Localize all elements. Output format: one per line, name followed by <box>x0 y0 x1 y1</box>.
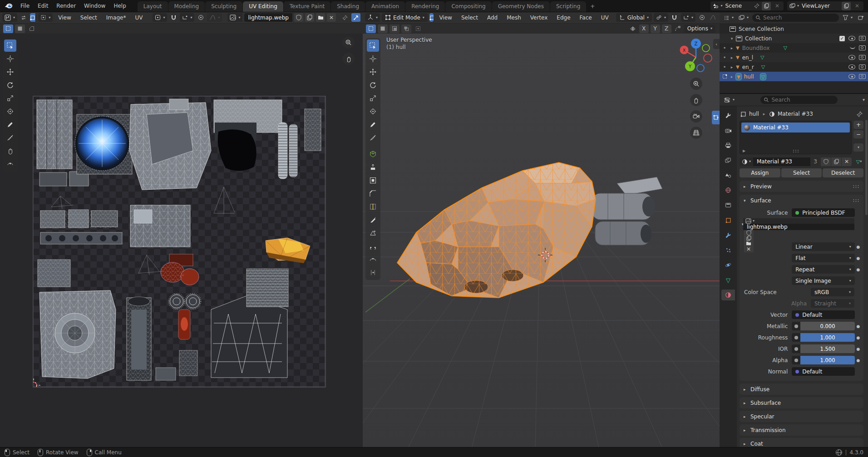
browse-material-dropdown[interactable]: ▾ <box>740 157 753 166</box>
outliner-row-en-l[interactable]: • ▸ ▼ en_l ▽ <box>720 53 868 62</box>
snap-options-icon[interactable] <box>673 25 682 33</box>
fake-user-shield-icon[interactable] <box>294 13 303 22</box>
transmission-panel[interactable]: ▸Transmission <box>740 424 863 436</box>
transform-orientation-dropdown[interactable]: Global ▾ <box>616 13 652 22</box>
tab-sculpting[interactable]: Sculpting <box>205 1 242 12</box>
list-resize-grip[interactable] <box>792 149 799 152</box>
source-dropdown[interactable]: Single Image▾ <box>792 276 855 285</box>
uv-menu-view[interactable]: View <box>54 14 74 22</box>
fake-user-shield-icon[interactable] <box>820 157 831 166</box>
vp-tweak-mode-button[interactable] <box>366 25 376 33</box>
projection-dropdown[interactable]: Flat▾ <box>792 254 855 262</box>
chevron-collapsed-icon[interactable]: ▸ <box>730 55 734 60</box>
normal-field[interactable]: Default <box>792 367 855 376</box>
material-slot-selected[interactable]: Material #33 <box>741 123 850 133</box>
tool-inset-faces[interactable] <box>367 174 379 187</box>
mirror-x-toggle[interactable]: X <box>639 25 649 33</box>
outliner-row-collection[interactable]: ▾ Collection ✓ <box>720 34 868 43</box>
image-name-field[interactable]: lightmap.webp <box>743 224 854 230</box>
panel-grip[interactable] <box>853 199 859 202</box>
breadcrumb-material[interactable]: Material #33 <box>778 111 813 117</box>
uv-menu-uv[interactable]: UV <box>131 14 146 22</box>
scene-name[interactable]: Scene <box>724 3 752 9</box>
tab-output[interactable] <box>721 140 735 151</box>
list-filter-toggle[interactable]: ▶ <box>743 149 745 153</box>
tab-layout[interactable]: Layout <box>138 1 168 12</box>
tool-edge-slide[interactable] <box>367 266 379 279</box>
outliner-row-en-r[interactable]: • ▸ ▼ en_r ▽ <box>720 62 868 72</box>
tab-tool[interactable] <box>721 110 735 121</box>
new-collection-button[interactable] <box>856 14 865 22</box>
pivot-point-dropdown[interactable]: ▾ <box>654 13 668 22</box>
menu-window[interactable]: Window <box>80 2 109 10</box>
subsurface-panel[interactable]: ▸Subsurface <box>740 397 863 408</box>
remove-slot-button[interactable]: − <box>853 130 863 138</box>
tool-smooth[interactable] <box>367 253 379 265</box>
vector-field[interactable]: Default <box>792 310 855 319</box>
uv-pan-hand-icon[interactable] <box>342 53 355 65</box>
tab-world[interactable] <box>721 185 735 196</box>
vp-select-extend-button[interactable] <box>378 25 388 33</box>
tab-scene[interactable] <box>721 170 735 181</box>
chevron-collapsed-icon[interactable]: ▸ <box>730 65 734 69</box>
tool-knife[interactable] <box>367 214 379 226</box>
surface-panel-header[interactable]: ▾ Surface <box>740 195 863 206</box>
tool-annotate[interactable] <box>367 118 379 131</box>
uv-menu-image[interactable]: Image* <box>103 14 130 22</box>
outliner-row-boundbox[interactable]: • ▸ ▼ BoundBox ▽ <box>720 43 868 53</box>
material-users-count[interactable]: 3 <box>810 157 820 166</box>
uv-select-subtract-button[interactable] <box>27 25 37 33</box>
viewport-editor-type-dropdown[interactable]: ▾ <box>365 13 380 22</box>
open-image-folder-button[interactable] <box>743 241 754 246</box>
metallic-slider[interactable]: 0.000 <box>800 322 855 330</box>
unlink-material-button[interactable]: ✕ <box>841 157 852 166</box>
tab-modifiers[interactable] <box>721 230 735 241</box>
copy-image-button[interactable] <box>305 13 314 22</box>
uv-sticky-selection-dropdown[interactable]: ▾ <box>38 13 53 22</box>
diffuse-panel[interactable]: ▸Diffuse <box>740 383 863 395</box>
eye-visible-icon[interactable] <box>848 64 855 69</box>
snap-magnet-icon[interactable] <box>169 13 178 22</box>
proportional-falloff-dropdown[interactable]: ▾ <box>207 13 222 22</box>
surface-shader-field[interactable]: Principled BSDF <box>792 208 855 217</box>
pan-hand-icon[interactable] <box>690 94 702 106</box>
pin-id-icon[interactable] <box>857 111 863 117</box>
uv-pivot-dropdown[interactable]: ▾ <box>153 13 167 22</box>
uv-select-edge-button[interactable] <box>35 13 36 22</box>
eye-visible-icon[interactable] <box>848 36 855 41</box>
tool-measure[interactable] <box>367 132 379 144</box>
camera-render-icon[interactable] <box>859 74 866 79</box>
add-workspace-button[interactable]: + <box>587 1 598 12</box>
new-view-layer-button[interactable] <box>842 2 851 10</box>
vp-menu-mesh[interactable]: Mesh <box>503 14 525 22</box>
metallic-socket-button[interactable] <box>792 322 800 330</box>
uv-tool-grab[interactable] <box>4 145 16 157</box>
uv-tool-cursor[interactable] <box>4 53 16 65</box>
tab-collection[interactable] <box>721 200 735 211</box>
uv-tool-select-box[interactable] <box>4 39 16 52</box>
viewport-canvas[interactable]: User Perspective (1) hull ‹ Z X Y <box>363 34 720 447</box>
perspective-grid-icon[interactable] <box>690 127 702 139</box>
tool-spin[interactable] <box>367 240 379 252</box>
tab-modeling[interactable]: Modeling <box>168 1 205 12</box>
snap-target-dropdown[interactable]: ▾ <box>681 13 695 22</box>
collection-checkbox[interactable]: ✓ <box>839 36 845 41</box>
browse-image-dropdown[interactable]: ▾ <box>743 218 854 224</box>
open-image-folder-button[interactable] <box>316 13 325 22</box>
material-slot-list[interactable]: Material #33 ▶ <box>740 121 852 154</box>
unlink-image-button[interactable]: ✕ <box>743 246 754 252</box>
eye-visible-icon[interactable] <box>848 55 855 60</box>
unlink-image-button[interactable]: ✕ <box>327 13 336 22</box>
vp-menu-face[interactable]: Face <box>576 14 596 22</box>
uv-editor-type-dropdown[interactable]: ▾ <box>2 13 17 22</box>
tab-rendering[interactable]: Rendering <box>405 1 445 12</box>
assign-button[interactable]: Assign <box>740 168 780 177</box>
properties-search-input[interactable] <box>760 96 838 104</box>
eye-visible-icon[interactable] <box>848 74 855 79</box>
tool-poly-build[interactable] <box>367 227 379 239</box>
navigation-gizmo[interactable]: Z X Y <box>679 38 713 74</box>
options-dropdown[interactable]: Options ▾ <box>684 25 715 33</box>
menu-file[interactable]: File <box>16 2 34 10</box>
breadcrumb-object[interactable]: hull <box>749 111 759 117</box>
ior-slider[interactable]: 1.500 <box>800 344 855 353</box>
